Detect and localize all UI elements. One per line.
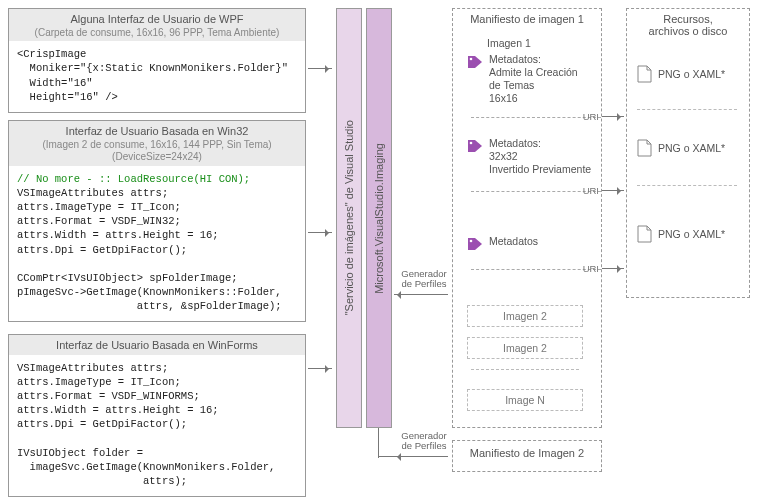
arrow-manifest1-to-service: Generador de Perfiles	[394, 294, 448, 295]
image-service-label: "Servicio de imágenes" de Visual Studio	[343, 120, 355, 315]
manifest1-meta1-text: Metadatos: Admite la Creación de Temas 1…	[489, 53, 578, 106]
win32-title: Interfaz de Usuario Basada en Win32	[15, 125, 299, 139]
res-div2	[637, 185, 737, 186]
diagram-canvas: Alguna Interfaz de Usuario de WPF (Carpe…	[8, 8, 756, 494]
wpf-title: Alguna Interfaz de Usuario de WPF	[15, 13, 299, 27]
resource-item-2: PNG o XAML*	[637, 139, 725, 157]
resource-item-1: PNG o XAML*	[637, 65, 725, 83]
winforms-code: VSImageAttributes attrs; attrs.ImageType…	[9, 355, 305, 497]
arrow-winforms-to-service	[308, 368, 332, 369]
image-manifest-2: Manifiesto de Imagen 2	[452, 440, 602, 472]
wpf-code: <CrispImage Moniker="{x:Static KnownMoni…	[9, 41, 305, 112]
resource-label: PNG o XAML*	[658, 68, 725, 80]
tag-icon	[467, 237, 483, 251]
file-icon	[637, 139, 652, 157]
win32-subtitle: (Imagen 2 de consume, 16x16, 144 PPP, Si…	[15, 139, 299, 164]
manifest1-meta2-text: Metadatos: 32x32 Invertido Previamente	[489, 137, 591, 176]
svg-point-0	[470, 58, 473, 61]
win32-body: VSImageAttributes attrs; attrs.ImageType…	[17, 187, 282, 312]
manifest2-title: Manifiesto de Imagen 2	[453, 441, 601, 461]
manifest1-meta1-row: Metadatos: Admite la Creación de Temas 1…	[467, 53, 578, 106]
connector-down	[378, 428, 379, 458]
arrow-uri3-to-res	[602, 268, 624, 269]
imaging-namespace-label: Microsoft.VisualStudio.Imaging	[373, 143, 385, 294]
win32-code: // No more - :: LoadResource(HI CON); VS…	[9, 166, 305, 322]
winforms-title: Interfaz de Usuario Basada en WinForms	[15, 339, 299, 353]
manifest1-title: Manifiesto de imagen 1	[453, 9, 601, 27]
svg-point-2	[470, 240, 473, 243]
resource-label: PNG o XAML*	[658, 228, 725, 240]
uri-label: URI	[583, 111, 599, 122]
tag-icon	[467, 55, 483, 69]
res-div1	[637, 109, 737, 110]
manifest1-uri2: URI	[471, 191, 601, 192]
arrow-uri2-to-res	[602, 190, 624, 191]
uri-label: URI	[583, 263, 599, 274]
profiler-label-2: Generador de Perfiles	[396, 431, 452, 452]
manifest1-sub-a: Imagen 2	[467, 305, 583, 327]
resource-label: PNG o XAML*	[658, 142, 725, 154]
tag-icon	[467, 139, 483, 153]
win32-comment: // No more - :: LoadResource(HI CON);	[17, 173, 250, 185]
wpf-subtitle: (Carpeta de consume, 16x16, 96 PPP, Tema…	[15, 27, 299, 40]
file-icon	[637, 65, 652, 83]
winforms-ui-box: Interfaz de Usuario Basada en WinForms V…	[8, 334, 306, 497]
manifest1-meta2-row: Metadatos: 32x32 Invertido Previamente	[467, 137, 591, 176]
uri-label: URI	[583, 185, 599, 196]
arrow-uri1-to-res	[602, 116, 624, 117]
connector-horiz	[378, 456, 394, 457]
file-icon	[637, 225, 652, 243]
svg-point-1	[470, 142, 473, 145]
arrow-wpf-to-service	[308, 68, 332, 69]
manifest1-divider	[471, 369, 579, 370]
image-service-bar: "Servicio de imágenes" de Visual Studio	[336, 8, 362, 428]
resources-box: Recursos, archivos o disco PNG o XAML* P…	[626, 8, 750, 298]
image-manifest-1: Manifiesto de imagen 1 Imagen 1 Metadato…	[452, 8, 602, 428]
arrow-win32-to-service	[308, 232, 332, 233]
resource-item-3: PNG o XAML*	[637, 225, 725, 243]
arrow-manifest2-to-service: Generador de Perfiles	[394, 456, 448, 457]
manifest1-sub-c: Image N	[467, 389, 583, 411]
manifest1-meta3-text: Metadatos	[489, 235, 538, 248]
manifest1-meta3-row: Metadatos	[467, 235, 538, 251]
resources-title: Recursos, archivos o disco	[627, 9, 749, 39]
wpf-ui-box: Alguna Interfaz de Usuario de WPF (Carpe…	[8, 8, 306, 113]
profiler-label-1: Generador de Perfiles	[396, 269, 452, 290]
manifest1-sub-b: Imagen 2	[467, 337, 583, 359]
imaging-namespace-bar: Microsoft.VisualStudio.Imaging	[366, 8, 392, 428]
manifest1-image1-label: Imagen 1	[487, 37, 531, 49]
manifest1-uri3: URI	[471, 269, 601, 270]
manifest1-uri1: URI	[471, 117, 601, 118]
win32-ui-box: Interfaz de Usuario Basada en Win32 (Ima…	[8, 120, 306, 322]
